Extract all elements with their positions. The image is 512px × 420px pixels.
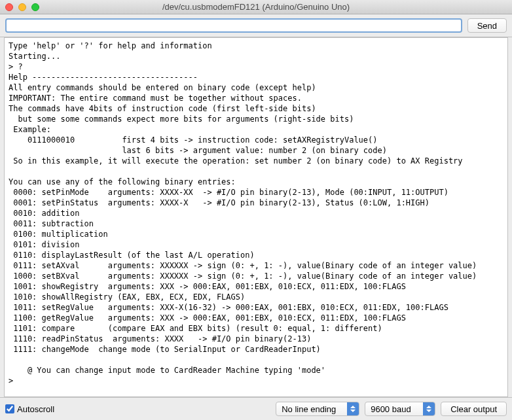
minimize-icon[interactable] [18, 3, 26, 11]
window-title: /dev/cu.usbmodemFD121 (Arduino/Genuino U… [0, 2, 512, 12]
baud-rate-label: 9600 baud [371, 404, 423, 414]
close-icon[interactable] [5, 3, 13, 11]
chevron-updown-icon [347, 402, 359, 415]
serial-input[interactable] [5, 18, 462, 33]
clear-output-button[interactable]: Clear output [441, 402, 507, 416]
maximize-icon[interactable] [31, 3, 39, 11]
baud-rate-select[interactable]: 9600 baud [365, 402, 435, 416]
send-button[interactable]: Send [467, 18, 507, 33]
autoscroll-label: Autoscroll [17, 404, 54, 414]
serial-output[interactable]: Type 'help' or '?' for help and informat… [4, 37, 508, 397]
chevron-updown-icon [423, 402, 435, 415]
traffic-lights [0, 3, 39, 11]
line-ending-select[interactable]: No line ending [276, 402, 359, 416]
window-titlebar: /dev/cu.usbmodemFD121 (Arduino/Genuino U… [0, 0, 512, 14]
top-toolbar: Send [0, 14, 512, 37]
line-ending-label: No line ending [282, 404, 347, 414]
autoscroll-checkbox-wrap[interactable]: Autoscroll [5, 404, 54, 414]
bottom-toolbar: Autoscroll No line ending 9600 baud Clea… [0, 397, 512, 420]
autoscroll-checkbox[interactable] [5, 404, 14, 413]
